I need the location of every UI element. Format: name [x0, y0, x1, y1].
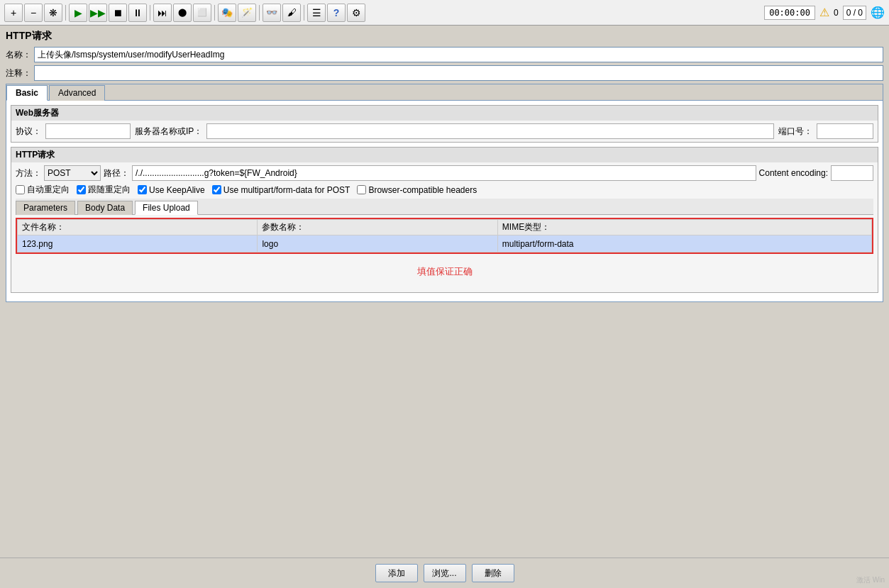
cell-mime: multipart/form-data: [497, 235, 871, 253]
encoding-label: Content encoding:: [759, 168, 828, 178]
tab-basic[interactable]: Basic: [6, 85, 48, 101]
warning-icon: ⚠: [819, 6, 829, 19]
method-select[interactable]: POST GET PUT DELETE: [44, 165, 101, 181]
path-label: 路径：: [104, 167, 129, 179]
toolbar-sep-1: [65, 5, 66, 21]
comment-input[interactable]: [34, 65, 883, 81]
toolbar-pause-btn[interactable]: ⏸: [128, 4, 147, 22]
name-input[interactable]: [34, 47, 883, 62]
toolbar-sep-3: [214, 5, 215, 21]
toolbar-play-btn[interactable]: ▶: [69, 4, 87, 22]
browser-headers-checkbox[interactable]: [357, 185, 366, 194]
content-area: HTTP请求 名称： 注释： Basic Advanced Web服务器 协议：…: [0, 26, 889, 338]
checkbox-multipart[interactable]: Use multipart/form-data for POST: [212, 185, 350, 195]
inner-tab-bar: Parameters Body Data Files Upload: [16, 199, 873, 215]
toolbar-right: 00:00:00 ⚠ 0 0 / 0 🌐: [764, 6, 885, 20]
toolbar-play-fast-btn[interactable]: ▶▶: [89, 4, 107, 22]
inner-tab-files-upload[interactable]: Files Upload: [135, 201, 198, 215]
server-label: 服务器名称或IP：: [135, 126, 202, 138]
browser-headers-label: Browser-compatible headers: [368, 185, 477, 195]
multipart-label: Use multipart/form-data for POST: [223, 185, 350, 195]
server-input[interactable]: [206, 123, 774, 139]
toolbar-clear-record-btn[interactable]: ⬜: [193, 4, 211, 22]
cell-filename: 123.png: [18, 235, 258, 253]
toolbar-record-btn[interactable]: ⬤: [173, 4, 192, 22]
files-table: 文件名称： 参数名称： MIME类型： 123.pnglogomultipart…: [17, 219, 872, 253]
follow-redirect-label: 跟随重定向: [88, 184, 131, 196]
toolbar-list-btn[interactable]: ☰: [307, 4, 326, 22]
tab-advanced[interactable]: Advanced: [49, 85, 105, 101]
http-request-section: HTTP请求 方法： POST GET PUT DELETE 路径： Conte…: [11, 147, 878, 293]
toolbar-sep-2: [150, 5, 150, 21]
toolbar: + − ❋ ▶ ▶▶ ⏹ ⏸ ⏭ ⬤ ⬜ 🎭 🪄 👓 🖌 ☰ ? ⚙ 00:00…: [0, 0, 889, 26]
method-path-row: 方法： POST GET PUT DELETE 路径： Content enco…: [16, 165, 873, 181]
toolbar-view-btn[interactable]: 👓: [263, 4, 281, 22]
comment-row: 注释：: [6, 65, 883, 81]
checkbox-auto-redirect[interactable]: 自动重定向: [16, 184, 70, 196]
comment-label: 注释：: [6, 67, 31, 79]
cell-param: logo: [258, 235, 497, 253]
keepalive-checkbox[interactable]: [138, 185, 147, 194]
files-table-wrapper: 文件名称： 参数名称： MIME类型： 123.pnglogomultipart…: [16, 218, 873, 254]
toolbar-add-btn[interactable]: +: [4, 4, 23, 22]
follow-redirect-checkbox[interactable]: [77, 185, 86, 194]
globe-icon: 🌐: [871, 6, 885, 19]
checkbox-keepalive[interactable]: Use KeepAlive: [138, 185, 205, 195]
col-filename: 文件名称：: [18, 220, 258, 235]
name-row: 名称：: [6, 47, 883, 62]
inner-tab-body-data[interactable]: Body Data: [77, 201, 133, 215]
protocol-input[interactable]: [45, 123, 131, 139]
name-label: 名称：: [6, 49, 31, 61]
web-server-row: 协议： 服务器名称或IP： 端口号：: [16, 123, 873, 139]
annotation-text: 填值保证正确: [16, 265, 873, 278]
toolbar-remove-btn[interactable]: −: [24, 4, 43, 22]
table-row[interactable]: 123.pnglogomultipart/form-data: [18, 235, 872, 253]
warning-count: 0: [834, 8, 839, 18]
toolbar-step-btn[interactable]: ⏭: [153, 4, 172, 22]
checkbox-follow-redirect[interactable]: 跟随重定向: [77, 184, 131, 196]
port-input[interactable]: [817, 123, 873, 139]
auto-redirect-label: 自动重定向: [27, 184, 70, 196]
toolbar-config-btn[interactable]: ⚙: [347, 4, 365, 22]
main-tab-container: Basic Advanced Web服务器 协议： 服务器名称或IP： 端口号：…: [6, 84, 883, 302]
panel-title: HTTP请求: [6, 30, 883, 43]
checkboxes-row: 自动重定向 跟随重定向 Use KeepAlive Use multipart/…: [16, 184, 873, 196]
toolbar-duplicate-btn[interactable]: ❋: [44, 4, 62, 22]
timer-display: 00:00:00: [764, 6, 815, 20]
toolbar-help-btn[interactable]: ?: [327, 4, 346, 22]
inner-tab-parameters[interactable]: Parameters: [16, 201, 75, 215]
keepalive-label: Use KeepAlive: [149, 185, 205, 195]
encoding-input[interactable]: [831, 165, 873, 181]
counter-display: 0 / 0: [843, 6, 866, 20]
web-server-title: Web服务器: [11, 106, 878, 121]
toolbar-sep-4: [259, 5, 260, 21]
checkbox-browser-headers[interactable]: Browser-compatible headers: [357, 185, 477, 195]
multipart-checkbox[interactable]: [212, 185, 221, 194]
protocol-label: 协议：: [16, 126, 41, 138]
main-tab-bar: Basic Advanced: [6, 84, 883, 101]
toolbar-sep-5: [304, 5, 304, 21]
http-request-title: HTTP请求: [11, 148, 878, 162]
web-server-section: Web服务器 协议： 服务器名称或IP： 端口号：: [11, 105, 878, 143]
tab-content-basic: Web服务器 协议： 服务器名称或IP： 端口号： HTTP请求 方法：: [6, 101, 883, 301]
col-param: 参数名称：: [258, 220, 497, 235]
port-label: 端口号：: [778, 126, 812, 138]
toolbar-brush-btn[interactable]: 🖌: [282, 4, 301, 22]
method-label: 方法：: [16, 167, 41, 179]
toolbar-stop-btn[interactable]: ⏹: [109, 4, 127, 22]
col-mime: MIME类型：: [497, 220, 871, 235]
toolbar-scene-btn[interactable]: 🎭: [218, 4, 236, 22]
path-input[interactable]: [132, 165, 756, 181]
auto-redirect-checkbox[interactable]: [16, 185, 25, 194]
toolbar-magic-btn[interactable]: 🪄: [238, 4, 256, 22]
